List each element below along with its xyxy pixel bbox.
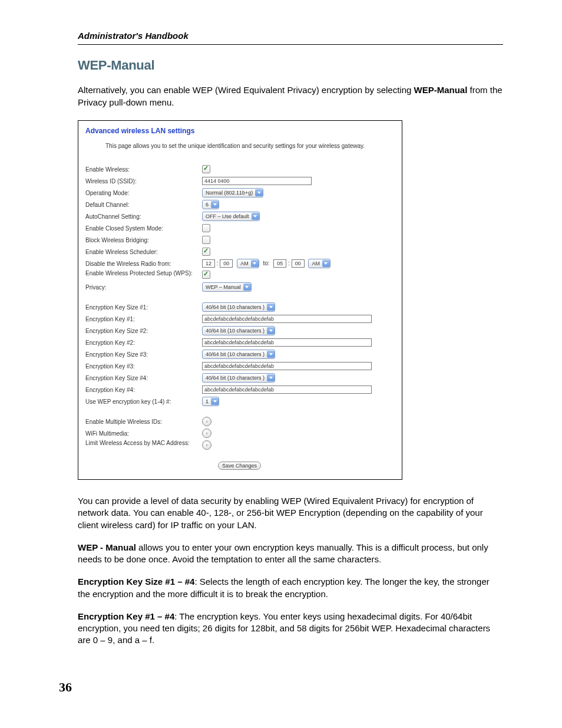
usekey-select[interactable]: 1 (202, 397, 219, 406)
chevron-down-icon (255, 189, 263, 196)
keysize1-label: Encryption Key Size #1: (85, 304, 202, 311)
from-ampm-select[interactable]: AM (237, 259, 259, 268)
wps-checkbox[interactable] (202, 271, 210, 279)
section-title: WEP-Manual (78, 58, 503, 73)
disable-radio-label: Disable the Wireless Radio from: (85, 261, 202, 267)
chevron-down-icon (267, 327, 275, 334)
scheduler-checkbox[interactable] (202, 248, 210, 256)
intro-paragraph: Alternatively, you can enable WEP (Wired… (78, 84, 503, 108)
mac-limit-label: Limit Wireless Access by MAC Address: (85, 439, 202, 447)
running-header: Administrator's Handbook (78, 31, 503, 41)
keysize1-select[interactable]: 40/64 bit (10 characters ) (202, 302, 275, 312)
keysize3-select[interactable]: 40/64 bit (10 characters ) (202, 350, 275, 359)
channel-value: 6 (206, 202, 209, 207)
wifi-mm-expand-icon[interactable]: › (202, 429, 211, 438)
chevron-down-icon (251, 260, 259, 267)
intro-text-1: Alternatively, you can enable WEP (Wired… (78, 85, 414, 95)
keysize2-label: Encryption Key Size #2: (85, 328, 202, 334)
autochannel-select[interactable]: OFF – Use default (202, 212, 260, 221)
scheduler-label: Enable Wireless Scheduler: (85, 249, 202, 255)
ssid-input[interactable]: 4414 0400 (202, 177, 312, 185)
body-p4-bold: Encryption Key #1 – #4 (78, 611, 174, 621)
body-p2-text: allows you to enter your own encryption … (78, 542, 488, 564)
keysize4-value: 40/64 bit (10 characters ) (206, 375, 265, 381)
chevron-down-icon (211, 398, 219, 405)
channel-label: Default Channel: (85, 202, 202, 208)
key2-input[interactable]: abcdefabcdefabcdefabcdefab (202, 338, 372, 347)
settings-panel: Advanced wireless LAN settings This page… (78, 120, 402, 480)
closed-system-checkbox[interactable] (202, 224, 210, 232)
to-label: to: (263, 260, 269, 266)
body-p2: WEP - Manual allows you to enter your ow… (78, 542, 503, 566)
chevron-down-icon (252, 213, 259, 220)
from-ampm-value: AM (240, 261, 249, 266)
privacy-label: Privacy: (85, 284, 202, 291)
body-p3-bold: Encryption Key Size #1 – #4 (78, 577, 194, 587)
header-rule (78, 44, 503, 45)
body-text: You can provide a level of data security… (78, 495, 503, 647)
wps-label: Enable Wireless Protected Setup (WPS): (85, 269, 202, 277)
mode-select[interactable]: Normal (802.11b+g) (202, 188, 263, 197)
to-hour-input[interactable]: 05 (273, 259, 286, 268)
panel-title: Advanced wireless LAN settings (85, 127, 394, 135)
multi-ssid-label: Enable Multiple Wireless IDs: (85, 419, 202, 425)
block-bridging-label: Block Wireless Bridging: (85, 237, 202, 243)
chevron-down-icon (267, 304, 275, 311)
body-p4: Encryption Key #1 – #4: The encryption k… (78, 611, 503, 647)
save-changes-button[interactable]: Save Changes (218, 462, 261, 470)
body-p1: You can provide a level of data security… (78, 495, 503, 531)
key4-input[interactable]: abcdefabcdefabcdefabcdefab (202, 386, 372, 394)
key1-label: Encryption Key #1: (85, 316, 202, 322)
block-bridging-checkbox[interactable] (202, 236, 210, 244)
key4-label: Encryption Key #4: (85, 387, 202, 393)
from-min-input[interactable]: 00 (220, 259, 233, 268)
keysize3-label: Encryption Key Size #3: (85, 351, 202, 358)
keysize3-value: 40/64 bit (10 characters ) (206, 351, 265, 357)
keysize1-value: 40/64 bit (10 characters ) (206, 304, 265, 310)
keysize4-select[interactable]: 40/64 bit (10 characters ) (202, 373, 275, 383)
to-ampm-value: AM (312, 261, 320, 266)
chevron-down-icon (322, 260, 330, 267)
to-min-input[interactable]: 00 (292, 259, 305, 268)
usekey-label: Use WEP encryption key (1-4) #: (85, 398, 202, 405)
enable-wireless-label: Enable Wireless: (85, 166, 202, 173)
multi-ssid-expand-icon[interactable]: › (202, 417, 211, 426)
enable-wireless-checkbox[interactable] (202, 165, 210, 173)
ssid-label: Wireless ID (SSID): (85, 178, 202, 185)
mode-value: Normal (802.11b+g) (206, 190, 253, 196)
to-ampm-select[interactable]: AM (308, 259, 330, 268)
key3-input[interactable]: abcdefabcdefabcdefabcdefab (202, 362, 372, 370)
body-p2-bold: WEP - Manual (78, 542, 136, 552)
privacy-value: WEP – Manual (206, 284, 241, 290)
keysize2-select[interactable]: 40/64 bit (10 characters ) (202, 326, 275, 335)
panel-description: This page allows you to set the unique i… (105, 142, 394, 150)
key2-label: Encryption Key #2: (85, 340, 202, 346)
autochannel-label: AutoChannel Setting: (85, 213, 202, 220)
closed-system-label: Enable Closed System Mode: (85, 225, 202, 232)
privacy-select[interactable]: WEP – Manual (202, 282, 252, 292)
usekey-value: 1 (206, 398, 209, 404)
key1-input[interactable]: abcdefabcdefabcdefabcdefab (202, 315, 372, 323)
page-number: 36 (59, 680, 72, 695)
mode-label: Operating Mode: (85, 190, 202, 196)
intro-bold: WEP-Manual (414, 85, 468, 95)
chevron-down-icon (267, 374, 275, 381)
channel-select[interactable]: 6 (202, 200, 219, 209)
autochannel-value: OFF – Use default (206, 213, 249, 219)
wifi-mm-label: WiFi Multimedia: (85, 430, 202, 437)
chevron-down-icon (267, 351, 275, 358)
chevron-down-icon (211, 201, 219, 208)
body-p3: Encryption Key Size #1 – #4: Selects the… (78, 576, 503, 600)
keysize2-value: 40/64 bit (10 characters ) (206, 328, 265, 334)
key3-label: Encryption Key #3: (85, 363, 202, 370)
chevron-down-icon (243, 284, 251, 291)
from-hour-input[interactable]: 12 (202, 259, 215, 268)
mac-limit-expand-icon[interactable]: › (202, 440, 211, 450)
keysize4-label: Encryption Key Size #4: (85, 375, 202, 381)
